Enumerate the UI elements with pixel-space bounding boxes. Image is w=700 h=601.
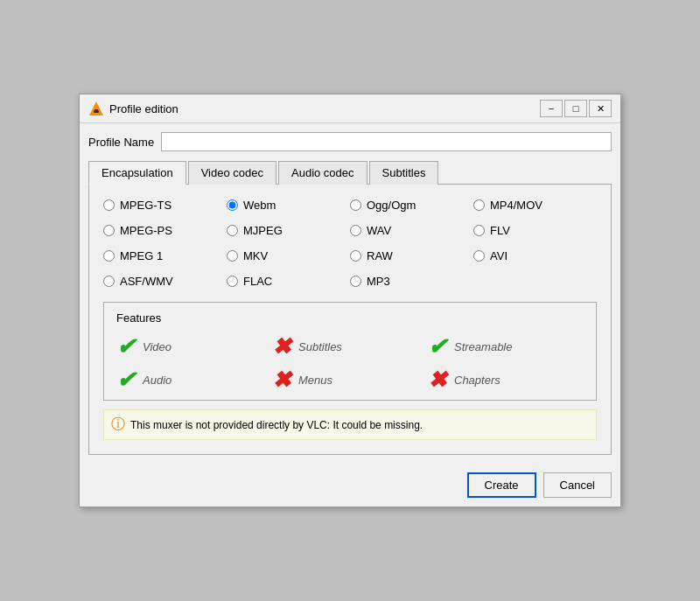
feature-menus-label: Menus: [298, 374, 332, 387]
features-title: Features: [116, 311, 584, 325]
titlebar-buttons: − □ ✕: [540, 100, 612, 117]
button-row: Create Cancel: [80, 464, 620, 507]
radio-mkv-input[interactable]: [227, 250, 238, 262]
profile-name-label: Profile Name: [88, 136, 154, 149]
radio-ogg-ogm: Ogg/Ogm: [350, 199, 473, 212]
radio-mpeg-ts-label[interactable]: MPEG-TS: [120, 199, 172, 212]
check-icon-audio: ✔: [116, 368, 136, 391]
radio-asf-wmv-input[interactable]: [103, 276, 115, 287]
radio-flac-input[interactable]: [227, 276, 238, 287]
main-window: Profile edition − □ ✕ Profile Name Encap…: [79, 94, 621, 507]
tab-content-encapsulation: MPEG-TS Webm Ogg/Ogm MP4/MOV MPEG-PS: [88, 185, 612, 455]
feature-chapters-label: Chapters: [454, 374, 500, 387]
radio-flac: FLAC: [227, 275, 350, 288]
radio-ogg-ogm-label[interactable]: Ogg/Ogm: [367, 199, 416, 212]
cross-icon-menus: ✖: [272, 368, 291, 391]
radio-mp3-input[interactable]: [350, 276, 361, 287]
titlebar: Profile edition − □ ✕: [80, 94, 620, 123]
radio-mkv-label[interactable]: MKV: [243, 249, 268, 262]
feature-subtitles: ✖ Subtitles: [272, 335, 428, 358]
radio-mjpeg: MJPEG: [227, 224, 350, 237]
radio-mpeg-ts-input[interactable]: [103, 199, 115, 211]
radio-mpeg1-label[interactable]: MPEG 1: [120, 249, 163, 262]
radio-avi: AVI: [473, 249, 597, 262]
warning-icon: ⓘ: [111, 416, 125, 434]
svg-marker-0: [89, 101, 103, 115]
feature-video-label: Video: [143, 340, 172, 353]
radio-avi-input[interactable]: [473, 250, 485, 262]
tab-encapsulation[interactable]: Encapsulation: [88, 161, 186, 185]
radio-flv: FLV: [473, 224, 597, 237]
radio-flv-label[interactable]: FLV: [490, 224, 510, 237]
check-icon-video: ✔: [116, 335, 136, 358]
radio-mjpeg-input[interactable]: [227, 225, 238, 236]
cancel-button[interactable]: Cancel: [543, 472, 612, 498]
vlc-icon: [88, 101, 104, 116]
radio-raw-input[interactable]: [350, 250, 361, 262]
close-button[interactable]: ✕: [589, 100, 612, 117]
titlebar-left: Profile edition: [88, 101, 178, 116]
cross-icon-chapters: ✖: [428, 368, 447, 391]
radio-webm-label[interactable]: Webm: [243, 199, 276, 212]
radio-wav-label[interactable]: WAV: [367, 224, 391, 237]
feature-menus: ✖ Menus: [272, 368, 428, 391]
radio-flac-label[interactable]: FLAC: [243, 275, 272, 288]
profile-name-row: Profile Name: [88, 132, 612, 151]
radio-mp4-mov: MP4/MOV: [473, 199, 597, 212]
radio-mjpeg-label[interactable]: MJPEG: [243, 224, 283, 237]
maximize-button[interactable]: □: [564, 100, 587, 117]
features-box: Features ✔ Video ✖ Subtitles ✔ Streamabl…: [103, 302, 597, 401]
tab-video-codec[interactable]: Video codec: [188, 161, 276, 185]
feature-streamable: ✔ Streamable: [428, 335, 584, 358]
window-title: Profile edition: [109, 102, 178, 115]
profile-name-input[interactable]: [161, 132, 612, 151]
cross-icon-subtitles: ✖: [272, 335, 291, 358]
radio-wav-input[interactable]: [350, 225, 361, 236]
radio-mp3: MP3: [350, 275, 473, 288]
radio-mpeg-ps-input[interactable]: [103, 225, 115, 236]
feature-audio-label: Audio: [143, 374, 172, 387]
radio-avi-label[interactable]: AVI: [490, 249, 508, 262]
main-content: Profile Name Encapsulation Video codec A…: [80, 123, 620, 464]
radio-raw: RAW: [350, 249, 473, 262]
warning-row: ⓘ This muxer is not provided directly by…: [103, 409, 597, 440]
radio-ogg-ogm-input[interactable]: [350, 199, 361, 211]
radio-mkv: MKV: [227, 249, 350, 262]
feature-streamable-label: Streamable: [454, 340, 512, 353]
radio-mp4-mov-label[interactable]: MP4/MOV: [490, 199, 542, 212]
radio-mpeg1-input[interactable]: [103, 250, 115, 262]
feature-audio: ✔ Audio: [116, 368, 272, 391]
warning-message: This muxer is not provided directly by V…: [130, 419, 423, 431]
radio-asf-wmv: ASF/WMV: [103, 275, 227, 288]
tab-subtitles[interactable]: Subtitles: [369, 161, 439, 185]
radio-mpeg-ps-label[interactable]: MPEG-PS: [120, 224, 172, 237]
tab-audio-codec[interactable]: Audio codec: [278, 161, 368, 185]
radio-webm: Webm: [227, 199, 350, 212]
radio-asf-wmv-label[interactable]: ASF/WMV: [120, 275, 173, 288]
feature-video: ✔ Video: [116, 335, 272, 358]
features-grid: ✔ Video ✖ Subtitles ✔ Streamable ✔ Audi: [116, 335, 584, 391]
radio-webm-input[interactable]: [227, 199, 238, 211]
encapsulation-options: MPEG-TS Webm Ogg/Ogm MP4/MOV MPEG-PS: [103, 199, 597, 288]
feature-subtitles-label: Subtitles: [298, 340, 342, 353]
minimize-button[interactable]: −: [540, 100, 563, 117]
radio-mpeg1: MPEG 1: [103, 249, 227, 262]
radio-mp4-mov-input[interactable]: [473, 199, 485, 211]
check-icon-streamable: ✔: [428, 335, 447, 358]
empty-cell: [473, 275, 597, 288]
svg-rect-2: [94, 109, 98, 111]
feature-chapters: ✖ Chapters: [428, 368, 584, 391]
create-button[interactable]: Create: [467, 472, 536, 498]
tabs-bar: Encapsulation Video codec Audio codec Su…: [88, 160, 612, 185]
radio-flv-input[interactable]: [473, 225, 485, 236]
radio-wav: WAV: [350, 224, 473, 237]
radio-mpeg-ts: MPEG-TS: [103, 199, 227, 212]
radio-raw-label[interactable]: RAW: [367, 249, 393, 262]
radio-mpeg-ps: MPEG-PS: [103, 224, 227, 237]
radio-mp3-label[interactable]: MP3: [367, 275, 390, 288]
